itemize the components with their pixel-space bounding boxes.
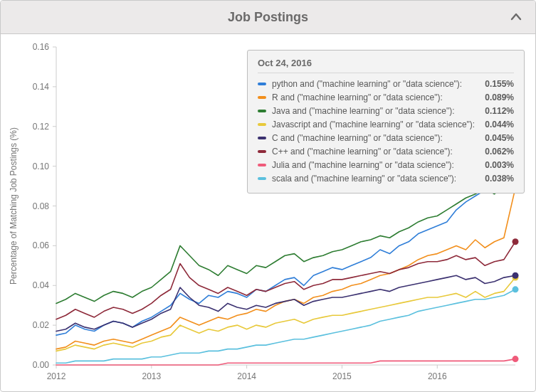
tooltip-row: scala and ("machine learning" or "data s… xyxy=(258,174,514,184)
card-header[interactable]: Job Postings xyxy=(1,1,535,34)
tooltip-row: C++ and ("machine learning" or "data sci… xyxy=(258,147,514,157)
svg-point-36 xyxy=(513,238,519,245)
tooltip-series-label: Java and ("machine learning" or "data sc… xyxy=(272,106,482,116)
chevron-up-icon[interactable] xyxy=(510,11,522,23)
tooltip-series-label: Julia and ("machine learning" or "data s… xyxy=(272,160,482,170)
svg-text:0.06: 0.06 xyxy=(33,240,50,250)
tooltip-series-value: 0.045% xyxy=(485,133,514,143)
svg-point-35 xyxy=(513,272,519,279)
svg-text:2016: 2016 xyxy=(428,371,447,381)
tooltip-series-label: python and ("machine learning" or "data … xyxy=(272,79,482,89)
svg-text:0.08: 0.08 xyxy=(33,201,50,211)
series-swatch xyxy=(258,110,266,112)
tooltip-series-label: Javascript and ("machine learning" or "d… xyxy=(272,120,482,129)
series-swatch xyxy=(258,83,266,85)
svg-text:0.12: 0.12 xyxy=(33,122,50,132)
tooltip-row: Java and ("machine learning" or "data sc… xyxy=(258,106,514,116)
tooltip-series-value: 0.089% xyxy=(485,92,514,102)
tooltip-series-value: 0.044% xyxy=(485,120,514,129)
chart-tooltip: Oct 24, 2016 python and ("machine learni… xyxy=(247,50,525,194)
tooltip-row: C and ("machine learning" or "data scien… xyxy=(258,133,514,143)
series-swatch xyxy=(258,164,266,166)
tooltip-series-value: 0.003% xyxy=(485,160,514,170)
svg-text:0.04: 0.04 xyxy=(33,280,50,290)
svg-text:2014: 2014 xyxy=(237,371,256,381)
series-swatch xyxy=(258,123,266,126)
tooltip-series-value: 0.155% xyxy=(485,79,514,89)
svg-text:0.02: 0.02 xyxy=(33,320,50,330)
svg-text:2012: 2012 xyxy=(47,371,66,381)
svg-text:0.14: 0.14 xyxy=(33,82,50,92)
series-swatch xyxy=(258,137,266,139)
svg-text:Percentage of Matching Job Pos: Percentage of Matching Job Postings (%) xyxy=(9,127,19,285)
svg-text:0.10: 0.10 xyxy=(33,161,50,171)
chart-card: Job Postings 0.000.020.040.060.080.100.1… xyxy=(0,0,536,392)
tooltip-row: R and ("machine learning" or "data scien… xyxy=(258,92,514,102)
chart-area[interactable]: 0.000.020.040.060.080.100.120.140.162012… xyxy=(1,34,535,392)
tooltip-series-label: C++ and ("machine learning" or "data sci… xyxy=(272,147,482,157)
svg-text:2015: 2015 xyxy=(332,371,352,381)
series-swatch xyxy=(258,150,266,153)
tooltip-series-value: 0.062% xyxy=(485,147,514,157)
svg-text:0.00: 0.00 xyxy=(33,360,50,370)
tooltip-series-label: C and ("machine learning" or "data scien… xyxy=(272,133,482,143)
tooltip-series-value: 0.112% xyxy=(485,106,514,116)
card-title: Job Postings xyxy=(228,10,308,25)
series-swatch xyxy=(258,177,266,180)
tooltip-row: Julia and ("machine learning" or "data s… xyxy=(258,160,514,170)
tooltip-date: Oct 24, 2016 xyxy=(258,58,514,73)
svg-point-37 xyxy=(513,356,519,362)
svg-text:0.16: 0.16 xyxy=(33,42,50,52)
tooltip-series-value: 0.038% xyxy=(485,174,514,184)
tooltip-series-label: R and ("machine learning" or "data scien… xyxy=(272,92,482,102)
tooltip-row: python and ("machine learning" or "data … xyxy=(258,79,514,89)
tooltip-row: Javascript and ("machine learning" or "d… xyxy=(258,120,514,129)
svg-text:2013: 2013 xyxy=(142,371,161,381)
tooltip-series-label: scala and ("machine learning" or "data s… xyxy=(272,174,482,184)
series-swatch xyxy=(258,96,266,99)
svg-point-38 xyxy=(513,286,519,292)
